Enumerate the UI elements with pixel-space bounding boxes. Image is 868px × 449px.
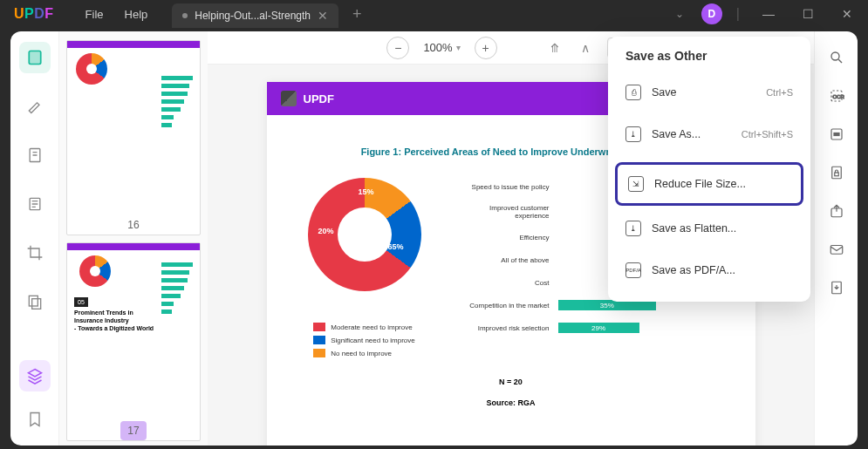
thumbnail-panel: 16 05 Prominent Trends in Insurance Indu… — [59, 31, 208, 446]
tab-document[interactable]: Helping-Out...al-Strength ✕ — [172, 3, 338, 28]
svg-text:OCR: OCR — [832, 94, 844, 99]
menu-reduce-file-size[interactable]: ⇲ Reduce File Size... — [615, 162, 803, 206]
slice-label: 65% — [387, 242, 403, 251]
pdfa-icon: PDF/A — [625, 262, 641, 278]
add-tab-button[interactable]: + — [345, 5, 369, 24]
close-icon[interactable]: ✕ — [318, 9, 328, 23]
svg-rect-5 — [31, 299, 40, 310]
minimize-button[interactable]: — — [754, 3, 783, 24]
redact-icon[interactable] — [828, 126, 845, 143]
prev-page-icon[interactable]: ∧ — [581, 41, 590, 55]
menu-save-flatten[interactable]: ⤓ Save as Flatten... — [615, 209, 803, 248]
thumb-heading: - Towards a Digitized World — [67, 324, 200, 332]
chart-legend: Moderate need to improve Significant nee… — [313, 323, 415, 362]
main-menu: File Help — [85, 8, 148, 21]
tool-organize[interactable] — [19, 286, 51, 317]
save-as-other-menu: Save as Other ⎙ Save Ctrl+S ⤓ Save As...… — [608, 37, 810, 302]
menu-save[interactable]: ⎙ Save Ctrl+S — [615, 73, 803, 112]
zoom-level[interactable]: 100%▾ — [423, 41, 460, 54]
zoom-in-button[interactable]: + — [475, 37, 497, 59]
maximize-button[interactable]: ☐ — [794, 3, 823, 24]
tab-dirty-indicator — [182, 13, 188, 18]
svg-rect-14 — [830, 246, 843, 255]
menu-file[interactable]: File — [85, 8, 104, 21]
section-badge: 05 — [74, 297, 88, 307]
save-as-icon: ⤓ — [625, 126, 641, 142]
tool-reader[interactable] — [19, 42, 51, 73]
tool-layers[interactable] — [19, 360, 51, 391]
svg-rect-10 — [834, 133, 839, 136]
search-icon[interactable] — [828, 49, 845, 66]
thumb-label-current: 17 — [120, 421, 147, 440]
thumb-label: 16 — [67, 215, 200, 235]
svg-rect-0 — [29, 51, 40, 65]
menu-save-pdfa[interactable]: PDF/A Save as PDF/A... — [615, 251, 803, 289]
ocr-icon[interactable]: OCR — [828, 87, 845, 105]
left-toolbar — [10, 31, 59, 446]
slice-label: 15% — [359, 187, 374, 196]
share-icon[interactable] — [828, 202, 845, 220]
shortcut-label: Ctrl+S — [766, 87, 793, 98]
dropdown-title: Save as Other — [615, 49, 803, 73]
thumbnail-page-16[interactable]: 16 — [66, 40, 201, 235]
tool-bookmark[interactable] — [19, 404, 51, 435]
donut-chart: 15% 20% 65% — [308, 178, 421, 291]
tool-crop[interactable] — [19, 237, 51, 269]
titlebar: UPDF File Help Helping-Out...al-Strength… — [0, 0, 868, 28]
svg-rect-12 — [834, 173, 838, 176]
svg-point-6 — [831, 52, 839, 60]
doc-brand-icon — [281, 91, 297, 106]
svg-rect-4 — [29, 296, 38, 306]
tool-edit[interactable] — [19, 139, 51, 171]
save-icon: ⎙ — [625, 85, 641, 100]
tool-form[interactable] — [19, 188, 51, 220]
export-icon[interactable] — [828, 279, 845, 296]
shortcut-label: Ctrl+Shift+S — [742, 129, 793, 139]
sample-size: N = 20 — [295, 378, 728, 386]
compress-icon: ⇲ — [628, 176, 644, 192]
right-toolbar: OCR — [814, 31, 858, 446]
tab-title: Helping-Out...al-Strength — [195, 10, 311, 22]
app-logo: UPDF — [14, 6, 54, 22]
thumbnail-page-17[interactable]: 05 Prominent Trends in Insurance Industr… — [66, 242, 201, 441]
tool-highlight[interactable] — [19, 91, 51, 122]
close-button[interactable]: ✕ — [833, 3, 861, 24]
chevron-down-icon[interactable]: ⌄ — [668, 4, 691, 24]
thumb-heading: Insurance Industry — [67, 316, 200, 324]
menu-save-as[interactable]: ⤓ Save As... Ctrl+Shift+S — [615, 115, 803, 153]
first-page-icon[interactable]: ⤊ — [550, 41, 560, 55]
source-line: Source: RGA — [295, 398, 728, 407]
email-icon[interactable] — [828, 241, 845, 258]
protect-icon[interactable] — [828, 164, 845, 181]
doc-brand: UPDF — [304, 92, 334, 105]
menu-help[interactable]: Help — [125, 8, 148, 21]
flatten-icon: ⤓ — [625, 221, 641, 236]
slice-label: 20% — [318, 227, 334, 235]
avatar[interactable]: D — [701, 3, 722, 24]
zoom-out-button[interactable]: − — [386, 37, 409, 59]
